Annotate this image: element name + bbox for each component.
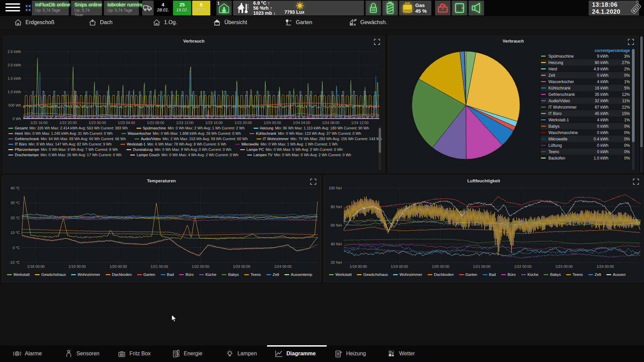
- nav-item-erdgescho[interactable]: Erdgeschoß: [14, 16, 54, 29]
- fullscreen-icon[interactable]: [628, 39, 634, 45]
- legend-item[interactable]: Werkstatt-1 Min: 6 Wh Max: 78 Wh Avg: 8 …: [120, 142, 226, 146]
- legend-item[interactable]: Bad: [161, 273, 174, 277]
- legend-item[interactable]: Werkstatt: [329, 273, 352, 277]
- pie-table-row[interactable]: Zelt0 kWh0%: [541, 72, 630, 78]
- pie-table-row[interactable]: IT Büro45 kWh15%: [541, 110, 630, 117]
- tab-alarme[interactable]: Alarme: [13, 345, 42, 362]
- pie-table-row[interactable]: Spülmaschine9 kWh3%: [541, 53, 630, 59]
- battery-panel[interactable]: [382, 1, 398, 15]
- legend-item[interactable]: Lampe Couch Min: 0 Wh Max: 4 Wh Avg: 2 W…: [130, 153, 238, 157]
- pie-table-row[interactable]: Babys0 kWh0%: [541, 123, 630, 129]
- legend-item[interactable]: Büro: [179, 273, 194, 277]
- pie-table-row[interactable]: Wasserkocher4 kWh1%: [541, 78, 630, 85]
- legend-scrollbar[interactable]: [379, 126, 381, 170]
- legend-item[interactable]: Garten: [137, 273, 155, 277]
- legend-item[interactable]: Gefrierschrank Min: 64 Wh Max: 69 Wh Avg…: [8, 137, 126, 141]
- pie-table-row[interactable]: Werkstatt-14 kWh1%: [541, 117, 630, 123]
- pie-table-row[interactable]: Heizung80 kWh27%: [541, 59, 630, 66]
- nav-item-dach[interactable]: Dach: [89, 16, 112, 29]
- temperaturen-chart[interactable]: 1/18 00:001/19 00:001/20 00:001/21 00:00…: [2, 176, 321, 271]
- legend-item[interactable]: Lampen TV Min: 0 Wh Max: 6 Wh Avg: 2 Wh …: [247, 153, 351, 157]
- pie-table-row[interactable]: IT Wohnzimmer67 kWh22%: [541, 104, 630, 110]
- presence-panel[interactable]: 1: [216, 1, 232, 15]
- calendar-box[interactable]: 630.01.: [192, 1, 210, 15]
- verbrauch-pie-chart[interactable]: [388, 36, 536, 170]
- legend-item[interactable]: Wasserkocher Min: 0 Wh Max: 1.888 kWh Av…: [121, 131, 241, 135]
- legend-item[interactable]: Dachboden: [106, 273, 132, 277]
- legend-item[interactable]: Mikrowelle Min: 0 Wh Max: 1 Wh Avg: 1 Wh…: [235, 142, 338, 146]
- tab-wetter[interactable]: Wetter: [387, 345, 415, 362]
- status-box[interactable]: Snips onlineUp: 5,74 Tage: [71, 1, 102, 15]
- legend-item[interactable]: Gewächshaus: [357, 273, 388, 277]
- verbrauch-chart[interactable]: 1/22 16:001/22 20:001/23 00:001/23 04:00…: [4, 36, 385, 125]
- gas-panel[interactable]: Gas 45 %: [399, 1, 431, 15]
- legend-item[interactable]: IT Wohnzimmer Min: 79 Wh Max: 283 Wh Avg…: [257, 137, 382, 141]
- luftfeuchtigkeit-chart[interactable]: 1/18 00:001/19 00:001/20 00:001/21 00:00…: [324, 176, 644, 271]
- tab-lampen[interactable]: Lampen: [225, 345, 257, 362]
- legend-item[interactable]: Heizung Min: 86 Wh Max: 1.110 kWh Avg: 1…: [254, 126, 369, 130]
- pie-table-row[interactable]: Gefrierschrank35 kWh12%: [541, 91, 630, 98]
- legend-item[interactable]: Gesamt Min: 326 Wh Max: 2.414 kWh Avg: 5…: [8, 126, 128, 130]
- mail-panel[interactable]: [435, 1, 450, 15]
- legend-item[interactable]: Wohnzimmer: [393, 273, 422, 277]
- tab-sensoren[interactable]: Sensoren: [64, 345, 100, 362]
- legend-item[interactable]: IT Büro Min: 8 Wh Max: 147 Wh Avg: 82 Wh…: [8, 142, 112, 146]
- legend-item[interactable]: Babys: [544, 273, 561, 277]
- legend-item[interactable]: Dunstabzug Min: 0 Wh Max: 9 Wh Avg: 0 Wh…: [126, 147, 231, 152]
- nav-item-garten[interactable]: Garten: [284, 16, 312, 29]
- tab-energie[interactable]: Energie: [172, 345, 202, 362]
- legend-item[interactable]: Bad: [483, 273, 496, 277]
- legend-item[interactable]: Aussen: [606, 273, 626, 277]
- calendar-date: 28.01.: [154, 7, 172, 12]
- nav-item-bersicht[interactable]: Übersicht: [213, 16, 247, 29]
- pie-table-row[interactable]: Teens0 kWh0%: [541, 148, 630, 155]
- legend-item[interactable]: Drachenlampe Min: 0 Wh Max: 26 Wh Avg: 1…: [8, 153, 121, 157]
- pie-table-row[interactable]: Kühlschrank16 kWh5%: [541, 85, 630, 91]
- legend-item[interactable]: Wohnzimmer: [71, 273, 100, 277]
- legend-item[interactable]: Zelt: [588, 273, 601, 277]
- pie-table-row[interactable]: Mikrowelle0.4 kWh0%: [541, 136, 630, 142]
- legend-item[interactable]: Garten: [459, 273, 477, 277]
- weather-panel[interactable]: 6.9 °C ↑ 56 %rh ↑ 1023 mb ↓ 7793 Lux: [233, 1, 364, 15]
- remote-icon[interactable]: [630, 1, 644, 15]
- lock-panel[interactable]: [366, 1, 381, 15]
- legend-item[interactable]: Aussentemp: [284, 273, 312, 277]
- page-scrollbar[interactable]: [640, 36, 643, 173]
- legend-item[interactable]: Werkstatt: [7, 273, 30, 277]
- legend-item[interactable]: Babys: [222, 273, 239, 277]
- tab-fritz-box[interactable]: Fritz Box: [117, 345, 151, 362]
- tab-diagramme[interactable]: Diagramme: [274, 345, 316, 362]
- legend-item[interactable]: Gewächshaus: [35, 273, 66, 277]
- pie-table-row[interactable]: Lüftung0 kWh0%: [541, 142, 630, 148]
- pie-table-row[interactable]: Audio/Video32 kWh11%: [541, 98, 630, 104]
- pie-table-scrollbar[interactable]: [632, 49, 635, 170]
- menu-icon[interactable]: [5, 3, 20, 13]
- legend-item[interactable]: Kühlschrank Min: 0 Wh Max: 123 Wh Avg: 3…: [250, 131, 361, 135]
- tab-heizung[interactable]: Heizung: [334, 345, 366, 362]
- pie-table-row[interactable]: Backofen1.0 kWh0%: [541, 155, 630, 161]
- legend-item[interactable]: Büro: [501, 273, 516, 277]
- status-box[interactable]: InFluxDb onlineUp: 5,74 Tage: [32, 1, 69, 15]
- legend-item[interactable]: Lampe PC Min: 0 Wh Max: 5 Wh Avg: 2 Wh C…: [240, 147, 343, 152]
- legend-item[interactable]: Dachboden: [428, 273, 454, 277]
- legend-item[interactable]: Teens: [244, 273, 261, 277]
- status-box[interactable]: Iobroker runningUp: 5,74 Tage: [104, 1, 139, 15]
- legend-item[interactable]: Küche: [199, 273, 217, 277]
- legend-item[interactable]: Küche: [521, 273, 539, 277]
- calendar-box[interactable]: 428.01.: [154, 1, 172, 15]
- waste-truck-panel[interactable]: [142, 1, 154, 15]
- legend-item[interactable]: Pflanzenlampe Min: 0 Wh Max: 9 Wh Avg: 7…: [8, 147, 118, 152]
- legend-item[interactable]: Spülmaschine Min: 0 Wh Max: 2 Wh Avg: 1 …: [137, 126, 245, 130]
- window-panel[interactable]: [452, 1, 467, 15]
- pie-table-row[interactable]: Waschmaschine0 kWh0%: [541, 129, 630, 136]
- legend-item[interactable]: Herd Min: 0 Wh Max: 1.245 kWh Avg: 31 Wh…: [8, 131, 113, 135]
- nav-item-gewchsh[interactable]: Gewächsh.: [349, 16, 387, 29]
- collapse-icon[interactable]: [24, 4, 32, 12]
- pie-table-row[interactable]: Herd4.9 kWh2%: [541, 66, 630, 72]
- legend-item[interactable]: Zelt: [266, 273, 279, 277]
- speaker-panel[interactable]: [469, 1, 484, 15]
- calendar-box[interactable]: 2518.02.: [173, 1, 191, 15]
- legend-item[interactable]: Teens: [566, 273, 583, 277]
- legend-item[interactable]: Audio/Video Min: 2 Wh Max: 153 Wh Avg: 9…: [135, 137, 248, 141]
- nav-item-1og[interactable]: 1.Og.: [153, 16, 177, 29]
